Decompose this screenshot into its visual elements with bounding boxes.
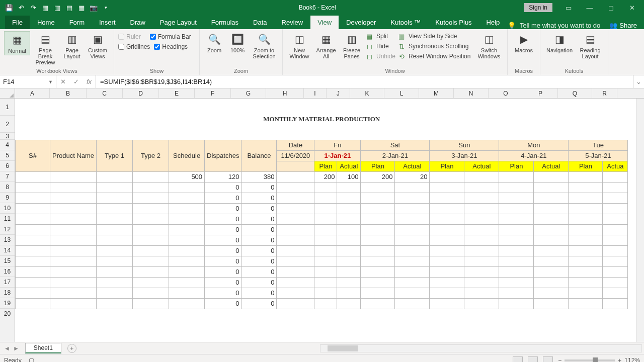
cell[interactable]	[169, 266, 205, 277]
cell[interactable]: 0	[205, 182, 242, 193]
column-header[interactable]: F	[195, 88, 231, 98]
cell[interactable]	[16, 256, 50, 266]
cell[interactable]: 0	[242, 245, 277, 256]
cell[interactable]	[499, 288, 534, 298]
cell[interactable]	[361, 182, 395, 193]
cell[interactable]	[314, 245, 337, 256]
cell[interactable]	[97, 277, 133, 288]
cell[interactable]	[97, 203, 133, 214]
cell[interactable]	[337, 203, 361, 214]
expand-formula-bar-icon[interactable]: ⌄	[633, 75, 644, 88]
cell[interactable]	[569, 235, 603, 245]
cell[interactable]	[430, 298, 464, 309]
vertical-scrollbar[interactable]	[636, 99, 644, 342]
cell[interactable]	[50, 245, 97, 256]
cell[interactable]	[16, 235, 50, 245]
page-layout-button[interactable]: ▥Page Layout	[60, 31, 84, 60]
cell[interactable]	[97, 245, 133, 256]
cell[interactable]	[337, 214, 361, 224]
cell[interactable]	[337, 224, 361, 235]
cell[interactable]	[277, 256, 314, 266]
name-box-dropdown-icon[interactable]: ▼	[48, 79, 53, 84]
cell[interactable]	[97, 298, 133, 309]
next-sheet-icon[interactable]: ►	[13, 345, 19, 352]
actual[interactable]: Actual	[395, 161, 430, 171]
tab-draw[interactable]: Draw	[123, 16, 152, 29]
cell[interactable]	[169, 277, 205, 288]
cell[interactable]	[277, 171, 314, 182]
cell[interactable]	[50, 277, 97, 288]
cell[interactable]	[361, 298, 395, 309]
cell[interactable]	[464, 182, 499, 193]
cell[interactable]: 0	[205, 235, 242, 245]
blank-row[interactable]	[16, 309, 628, 319]
col-balance[interactable]: Balance	[242, 140, 277, 171]
row-header[interactable]: 16	[0, 266, 15, 277]
cell[interactable]	[133, 214, 169, 224]
row-header[interactable]: 4	[0, 140, 15, 150]
cell[interactable]	[430, 288, 464, 298]
cell[interactable]	[534, 214, 569, 224]
row-header[interactable]: 5	[0, 150, 15, 161]
row-header[interactable]: 15	[0, 256, 15, 266]
cell[interactable]	[464, 193, 499, 203]
date-5[interactable]: 5-Jan-21	[569, 150, 628, 161]
headings-checkbox[interactable]: Headings	[154, 43, 188, 50]
cell[interactable]	[395, 235, 430, 245]
new-window-button[interactable]: ◫New Window	[287, 31, 312, 60]
cell[interactable]	[50, 298, 97, 309]
cell[interactable]	[277, 235, 314, 245]
cell[interactable]	[430, 235, 464, 245]
cell[interactable]	[97, 266, 133, 277]
tell-me-search[interactable]: 💡 Tell me what you want to do	[508, 22, 600, 29]
actual[interactable]: Actual	[464, 161, 499, 171]
zoom-control[interactable]: − + 112%	[558, 357, 640, 363]
cell[interactable]	[534, 266, 569, 277]
cell[interactable]	[50, 266, 97, 277]
column-header[interactable]: D	[123, 88, 159, 98]
cell[interactable]	[361, 193, 395, 203]
col-type1[interactable]: Type 1	[97, 140, 133, 171]
tab-view[interactable]: View	[310, 16, 339, 29]
cell[interactable]	[133, 298, 169, 309]
row-header[interactable]: 13	[0, 235, 15, 245]
cell[interactable]: 200	[314, 171, 337, 182]
page-layout-view-icon[interactable]	[528, 356, 538, 363]
horizontal-scrollbar[interactable]	[320, 344, 642, 352]
cell[interactable]	[50, 224, 97, 235]
cell[interactable]	[337, 235, 361, 245]
row-header[interactable]: 12	[0, 224, 15, 235]
custom-views-button[interactable]: ▣Custom Views	[86, 31, 110, 60]
cell[interactable]: 0	[242, 224, 277, 235]
cell[interactable]	[361, 214, 395, 224]
column-header[interactable]: B	[50, 88, 87, 98]
cell[interactable]	[337, 182, 361, 193]
cell[interactable]	[133, 266, 169, 277]
cell[interactable]	[603, 214, 628, 224]
cell[interactable]	[133, 245, 169, 256]
cell[interactable]	[430, 193, 464, 203]
cell[interactable]	[314, 288, 337, 298]
cell[interactable]	[169, 298, 205, 309]
cell[interactable]: 0	[242, 277, 277, 288]
cell[interactable]	[430, 245, 464, 256]
day-fri[interactable]: Fri	[314, 140, 361, 150]
col-snum[interactable]: S#	[16, 140, 50, 171]
day-sat[interactable]: Sat	[361, 140, 430, 150]
cell[interactable]	[499, 277, 534, 288]
cell[interactable]	[534, 288, 569, 298]
cell[interactable]	[97, 224, 133, 235]
row-header[interactable]: 2	[0, 116, 15, 133]
cell[interactable]	[169, 245, 205, 256]
cell[interactable]	[133, 224, 169, 235]
select-all-corner[interactable]	[0, 88, 15, 99]
cell[interactable]	[169, 214, 205, 224]
tab-kutools[interactable]: Kutools ™	[383, 16, 428, 29]
cell[interactable]	[603, 182, 628, 193]
cell[interactable]	[277, 203, 314, 214]
cell[interactable]	[430, 182, 464, 193]
column-header[interactable]: C	[87, 88, 123, 98]
cell[interactable]	[133, 277, 169, 288]
actual[interactable]: Actual	[337, 161, 361, 171]
row-header[interactable]: 6	[0, 161, 15, 171]
